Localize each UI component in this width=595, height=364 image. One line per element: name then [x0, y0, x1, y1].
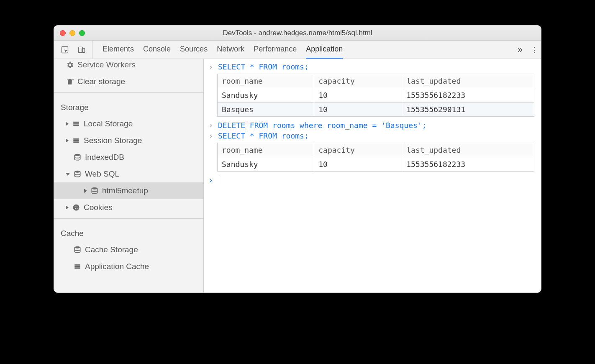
zoom-window-button[interactable] — [79, 30, 85, 36]
tab-application[interactable]: Application — [306, 41, 343, 59]
cell: 10 — [314, 88, 402, 103]
input-cursor — [219, 176, 219, 184]
settings-kebab-icon[interactable]: ⋮ — [528, 45, 541, 54]
table-icon — [72, 120, 80, 128]
database-icon — [73, 153, 82, 161]
result-table: room_name capacity last_updated Sandusky… — [217, 74, 534, 117]
prompt-icon: › — [208, 62, 214, 71]
svg-point-6 — [73, 205, 80, 211]
svg-point-7 — [74, 206, 75, 207]
cell: 10 — [314, 103, 402, 117]
cell: 10 — [314, 157, 402, 172]
sidebar-item-label: Service Workers — [77, 60, 136, 69]
sidebar-item-label: Session Storage — [84, 136, 142, 145]
window-title: DevTools - andrew.hedges.name/html5/sql.… — [54, 29, 541, 37]
database-icon — [90, 187, 99, 195]
query-row: › SELECT * FROM rooms; — [206, 131, 536, 141]
prompt-icon: › — [208, 176, 214, 185]
inspect-element-icon[interactable] — [61, 46, 69, 54]
sidebar-item-label: Cache Storage — [85, 245, 138, 254]
column-header: capacity — [314, 74, 402, 88]
panel-body: Service Workers Clear storage Storage Lo… — [54, 59, 541, 292]
query-row: › DELETE FROM rooms where room_name = 'B… — [206, 120, 536, 131]
sidebar-item-cookies[interactable]: Cookies — [54, 199, 203, 216]
sidebar-item-clear-storage[interactable]: Clear storage — [54, 73, 203, 90]
tab-console[interactable]: Console — [143, 41, 171, 59]
table-icon — [73, 262, 82, 271]
table-icon — [72, 136, 80, 145]
cell: Sandusky — [218, 157, 314, 172]
sidebar-item-label: Local Storage — [84, 119, 133, 128]
chevron-right-icon — [66, 122, 69, 126]
devtools-tabbar: Elements Console Sources Network Perform… — [54, 41, 541, 59]
sidebar-item-label: IndexedDB — [85, 153, 124, 162]
sidebar-item-indexeddb[interactable]: IndexedDB — [54, 149, 203, 166]
svg-point-9 — [77, 208, 77, 209]
tab-network[interactable]: Network — [217, 41, 244, 59]
cell: Basques — [218, 103, 314, 117]
sidebar-item-local-storage[interactable]: Local Storage — [54, 115, 203, 132]
svg-point-10 — [75, 208, 76, 209]
sidebar-item-label: Clear storage — [77, 77, 125, 86]
sidebar-item-service-workers[interactable]: Service Workers — [54, 59, 203, 73]
sidebar-item-label: html5meetup — [102, 186, 148, 195]
sidebar-section-storage: Storage — [54, 95, 203, 115]
table-header-row: room_name capacity last_updated — [218, 143, 534, 157]
window-titlebar: DevTools - andrew.hedges.name/html5/sql.… — [54, 26, 541, 41]
sidebar-item-web-sql-database[interactable]: html5meetup — [54, 182, 203, 199]
cell: Sandusky — [218, 88, 314, 103]
devtools-window: DevTools - andrew.hedges.name/html5/sql.… — [54, 25, 541, 293]
cell: 1553556182233 — [402, 88, 534, 103]
database-icon — [73, 170, 82, 178]
panel-tabs: Elements Console Sources Network Perform… — [92, 41, 513, 59]
column-header: last_updated — [402, 143, 534, 157]
sidebar-separator — [54, 218, 203, 219]
sql-input-row[interactable]: › — [206, 175, 536, 185]
gear-icon — [66, 61, 74, 69]
query-row: › SELECT * FROM rooms; — [206, 62, 536, 72]
sidebar-item-label: Cookies — [84, 203, 113, 212]
chevron-right-icon — [66, 138, 69, 143]
table-header-row: room_name capacity last_updated — [218, 74, 534, 88]
column-header: room_name — [218, 74, 314, 88]
svg-point-11 — [74, 246, 80, 249]
chevron-down-icon — [66, 173, 70, 176]
prompt-icon: › — [208, 121, 214, 130]
database-icon — [73, 246, 82, 254]
minimize-window-button[interactable] — [69, 30, 75, 36]
column-header: room_name — [218, 143, 314, 157]
sidebar-item-session-storage[interactable]: Session Storage — [54, 132, 203, 149]
sidebar-item-cache-storage[interactable]: Cache Storage — [54, 241, 203, 258]
chevron-right-icon — [84, 189, 87, 193]
svg-point-3 — [74, 154, 80, 156]
tab-performance[interactable]: Performance — [254, 41, 297, 59]
svg-point-8 — [77, 206, 77, 207]
sidebar-item-application-cache[interactable]: Application Cache — [54, 258, 203, 275]
tab-sources[interactable]: Sources — [180, 41, 208, 59]
sidebar-separator — [54, 92, 203, 93]
device-toolbar-icon[interactable] — [77, 46, 86, 54]
cell: 1553556290131 — [402, 103, 534, 117]
cell: 1553556182233 — [402, 157, 534, 172]
result-table: room_name capacity last_updated Sandusky… — [217, 143, 534, 172]
more-tabs-button[interactable]: » — [513, 44, 528, 55]
sql-query-text: SELECT * FROM rooms; — [218, 62, 309, 71]
chevron-right-icon — [66, 205, 69, 210]
sql-query-text: DELETE FROM rooms where room_name = 'Bas… — [218, 121, 427, 130]
svg-point-5 — [92, 187, 97, 190]
web-sql-console[interactable]: › SELECT * FROM rooms; room_name capacit… — [204, 59, 541, 292]
close-window-button[interactable] — [60, 30, 66, 36]
sidebar-item-label: Application Cache — [85, 262, 149, 271]
prompt-icon: › — [208, 131, 214, 140]
cookie-icon — [72, 203, 80, 212]
tab-elements[interactable]: Elements — [103, 41, 134, 59]
sidebar-item-label: Web SQL — [85, 169, 119, 179]
svg-point-4 — [74, 171, 80, 173]
sidebar-item-web-sql[interactable]: Web SQL — [54, 166, 203, 182]
table-row: Sandusky 10 1553556182233 — [218, 157, 534, 172]
svg-rect-2 — [82, 48, 85, 52]
toolbar-left-icons — [54, 41, 92, 59]
trash-icon — [66, 77, 74, 86]
application-sidebar: Service Workers Clear storage Storage Lo… — [54, 59, 204, 292]
table-row: Sandusky 10 1553556182233 — [218, 88, 534, 103]
